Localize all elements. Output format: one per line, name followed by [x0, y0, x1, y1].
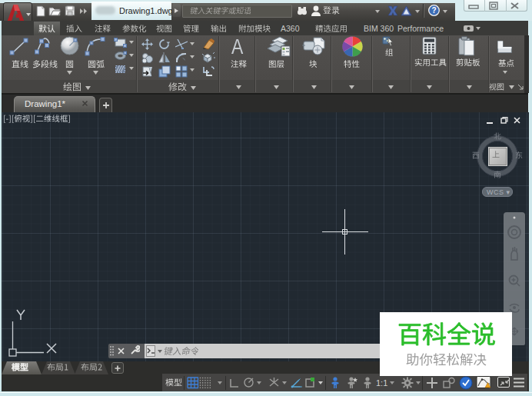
- svg-text:?: ?: [431, 6, 436, 15]
